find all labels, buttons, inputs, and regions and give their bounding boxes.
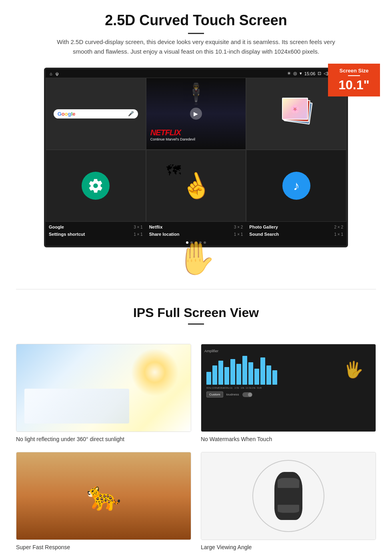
netflix-overlay: NETFLIX Continue Marvel's Daredevil [150, 128, 242, 141]
amp-bar-item [212, 365, 217, 385]
app-label-google: Google 3 × 1 [46, 223, 146, 231]
amp-toggle[interactable] [242, 392, 252, 397]
amp-bar-item [236, 364, 241, 385]
hand-touch-illustration: 🤚 [44, 239, 348, 277]
section2-title: IPS Full Screen View [24, 305, 368, 320]
cheetah-illustration: 🐆 [16, 452, 191, 540]
amp-bar-item [272, 370, 277, 385]
netflix-app-name: Netflix [149, 225, 163, 229]
amp-bar-item [254, 369, 259, 385]
screen-badge: Screen Size 10.1" [328, 64, 380, 96]
car-windshield [278, 478, 299, 488]
section1-header: 2.5D Curved Touch Screen With 2.5D curve… [0, 0, 392, 68]
app-labels: Google 3 × 1 Netflix 3 × 2 Photo Gallery… [46, 222, 346, 239]
app-label-settings: Settings shortcut 1 × 1 [46, 231, 146, 238]
camera-icon: ⊡ [318, 71, 321, 76]
amp-bar-item [266, 365, 271, 385]
google-app-name: Google [49, 225, 64, 229]
sunlight-illustration [16, 344, 191, 432]
sound-app-size: 1 × 1 [334, 232, 343, 237]
feature-item-sunlight: No light reflecting under 360° direct su… [16, 344, 191, 442]
amp-custom-button[interactable]: Custom [206, 391, 223, 397]
google-search-bar[interactable]: Google 🎤 [54, 109, 138, 118]
usb-icon: ψ [56, 71, 59, 76]
status-time: 15:06 [304, 71, 316, 76]
feature-caption-3: Super Fast Response [16, 544, 191, 550]
feature-caption-2: No Watermarks When Touch [201, 436, 376, 442]
location-icon: ◎ [293, 71, 297, 76]
feature-item-cheetah: 🐆 Super Fast Response [16, 452, 191, 550]
feature-caption-4: Large Viewing Angle [201, 544, 376, 550]
feature-item-car: Large Viewing Angle [201, 452, 376, 550]
amp-bar-item [218, 361, 223, 385]
app-cell-netflix[interactable]: 🕴 ▶ NETFLIX Continue Marvel's Daredevil [146, 78, 246, 150]
amp-bar-item [248, 362, 253, 385]
badge-size: 10.1" [334, 78, 374, 92]
netflix-subtitle: Continue Marvel's Daredevil [150, 137, 242, 141]
maps-icon: 🗺 [166, 162, 181, 179]
app-cell-share-location[interactable]: 🗺 ☝ [146, 150, 246, 222]
settings-icon-wrap [82, 172, 110, 200]
amp-loudness-label: loudness [226, 393, 239, 396]
app-label-sound: Sound Search 1 × 1 [246, 231, 346, 238]
wifi-icon: ▾ [300, 71, 302, 76]
google-mic-icon[interactable]: 🎤 [128, 111, 134, 116]
pointing-hand-icon: 🤚 [176, 239, 216, 277]
app-cell-sound-search[interactable]: ♪ [246, 150, 346, 222]
badge-label: Screen Size [334, 68, 374, 74]
amplifier-illustration: Amplifier 60hz100hz200hz500hz1k2.5k10k12… [201, 344, 376, 432]
app-label-share: Share location 1 × 1 [146, 231, 246, 238]
car-top-view-container [274, 472, 302, 520]
bluetooth-icon: ✳ [287, 71, 291, 76]
feature-item-watermark: Amplifier 60hz100hz200hz500hz1k2.5k10k12… [201, 344, 376, 442]
amp-bar-item [206, 372, 211, 385]
page-divider [16, 289, 376, 289]
gear-icon [88, 178, 104, 194]
app-label-netflix: Netflix 3 × 2 [146, 223, 246, 231]
device-wrapper: Screen Size 10.1" ⌂ ψ ✳ ◎ ▾ 15:06 ⊡ ◁) ⊠… [44, 68, 348, 277]
car-rear-window [278, 505, 299, 513]
section2-header: IPS Full Screen View [0, 301, 392, 336]
photo-stack: 🌸 [280, 98, 312, 130]
device-frame: ⌂ ψ ✳ ◎ ▾ 15:06 ⊡ ◁) ⊠ ⬜ Google [44, 68, 348, 247]
cheetah-emoji: 🐆 [86, 480, 121, 512]
amp-bar-item [242, 356, 247, 385]
music-note-icon: ♪ [293, 179, 300, 193]
feature-img-sunlight [16, 344, 191, 432]
amp-bar-item [260, 357, 265, 385]
netflix-logo: NETFLIX [150, 128, 242, 137]
amp-controls: Custom loudness [204, 389, 372, 400]
app-cell-settings[interactable] [46, 150, 146, 222]
amp-bar-item [224, 367, 229, 385]
daredevil-figure: 🕴 [184, 82, 208, 105]
sun-glow [131, 348, 179, 396]
app-label-gallery: Photo Gallery 2 × 2 [246, 223, 346, 231]
status-bar: ⌂ ψ ✳ ◎ ▾ 15:06 ⊡ ◁) ⊠ ⬜ [46, 69, 346, 78]
home-icon[interactable]: ⌂ [50, 71, 52, 76]
app-grid: Google 🎤 🕴 ▶ NETFLIX Continue Marvel's D… [46, 78, 346, 222]
netflix-play-button[interactable]: ▶ [190, 108, 202, 120]
share-app-size: 1 × 1 [234, 232, 243, 237]
share-app-name: Share location [149, 232, 180, 237]
feature-img-amplifier: Amplifier 60hz100hz200hz500hz1k2.5k10k12… [201, 344, 376, 432]
hand-pointer-icon: ☝ [177, 167, 215, 204]
car-body-top [274, 472, 302, 520]
gallery-app-size: 2 × 2 [334, 225, 343, 229]
section2-divider [188, 323, 204, 325]
section1-title: 2.5D Curved Touch Screen [24, 12, 368, 29]
netflix-app-size: 3 × 2 [234, 225, 243, 229]
amp-bar-item [230, 359, 235, 385]
car-illustration [201, 452, 376, 540]
feature-grid: No light reflecting under 360° direct su… [0, 336, 392, 558]
google-logo: Google [58, 111, 76, 117]
light-reflection [24, 389, 129, 424]
google-app-size: 3 × 1 [134, 225, 143, 229]
gallery-app-name: Photo Gallery [249, 225, 278, 229]
sound-app-name: Sound Search [249, 232, 279, 237]
settings-app-size: 1 × 1 [134, 232, 143, 237]
netflix-bg: 🕴 ▶ NETFLIX Continue Marvel's Daredevil [146, 78, 246, 149]
app-cell-google[interactable]: Google 🎤 [46, 78, 146, 150]
feature-caption-1: No light reflecting under 360° direct su… [16, 436, 191, 442]
settings-app-name: Settings shortcut [49, 232, 85, 237]
photo-layer-3: 🌸 [282, 98, 308, 120]
